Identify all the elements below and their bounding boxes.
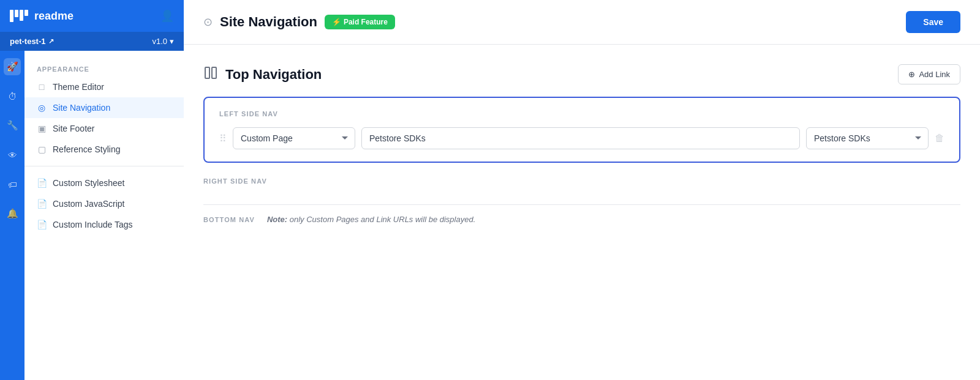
user-icon[interactable]: 👤 <box>160 9 174 23</box>
sidebar-item-custom-javascript[interactable]: 📄 Custom JavaScript <box>24 193 184 214</box>
content-area: Top Navigation ⊕ Add Link LEFT SIDE NAV … <box>184 45 980 244</box>
plus-circle-icon: ⊕ <box>908 70 915 79</box>
logo-text: readme <box>34 10 74 23</box>
main-title-group: ⊙ Site Navigation ⚡ Paid Feature <box>203 14 395 30</box>
delete-row-icon[interactable]: 🗑 <box>935 133 944 144</box>
bottom-nav-section: BOTTOM NAV Note: only Custom Pages and L… <box>203 215 960 224</box>
version-selector[interactable]: v1.0 ▾ <box>152 37 174 46</box>
nav-divider <box>24 166 184 166</box>
sidebar-header: readme 👤 <box>0 0 184 32</box>
logo: readme <box>10 9 74 23</box>
nav-page-input[interactable] <box>361 127 800 149</box>
project-bar: pet-test-1 ↗ v1.0 ▾ <box>0 32 184 51</box>
sidebar-body: 🚀 ⏱ 🔧 👁 🏷 🔔 APPEARANCE □ Theme Editor ◎ … <box>0 51 184 380</box>
page-title-icon: ⊙ <box>203 15 213 29</box>
nav-row: ⠿ Custom Page Link URL Reference Changel… <box>219 127 944 149</box>
paid-feature-badge: ⚡ Paid Feature <box>325 15 395 29</box>
sidebar-item-custom-stylesheet[interactable]: 📄 Custom Stylesheet <box>24 173 184 193</box>
appearance-label: APPEARANCE <box>24 61 184 76</box>
custom-javascript-label: Custom JavaScript <box>53 199 124 209</box>
right-side-nav-section: RIGHT SIDE NAV <box>203 177 960 204</box>
sidebar-item-reference-styling[interactable]: ▢ Reference Styling <box>24 139 184 160</box>
main-header: ⊙ Site Navigation ⚡ Paid Feature Save <box>184 0 980 45</box>
site-navigation-icon: ◎ <box>37 103 47 113</box>
svg-rect-1 <box>15 10 18 17</box>
reference-styling-icon: ▢ <box>37 144 47 154</box>
sidebar-item-site-navigation[interactable]: ◎ Site Navigation <box>24 97 184 118</box>
readme-logo-icon <box>10 9 29 23</box>
sidebar-icons: 🚀 ⏱ 🔧 👁 🏷 🔔 <box>0 51 24 380</box>
left-side-nav-box: LEFT SIDE NAV ⠿ Custom Page Link URL Ref… <box>203 97 960 163</box>
project-name[interactable]: pet-test-1 ↗ <box>10 37 54 46</box>
right-side-nav-label: RIGHT SIDE NAV <box>203 177 960 185</box>
save-button[interactable]: Save <box>906 11 960 33</box>
reference-styling-label: Reference Styling <box>53 144 121 154</box>
svg-rect-0 <box>10 10 13 22</box>
custom-stylesheet-label: Custom Stylesheet <box>53 178 125 188</box>
sidebar: readme 👤 pet-test-1 ↗ v1.0 ▾ 🚀 ⏱ 🔧 👁 🏷 🔔… <box>0 0 184 380</box>
section-title: Top Navigation <box>225 67 322 83</box>
navigation-section-icon <box>203 65 218 84</box>
sidebar-icon-clock[interactable]: ⏱ <box>4 88 21 105</box>
svg-rect-2 <box>20 10 23 21</box>
site-footer-icon: ▣ <box>37 124 47 133</box>
custom-include-tags-icon: 📄 <box>37 220 47 229</box>
custom-include-tags-label: Custom Include Tags <box>53 220 132 229</box>
external-link-icon: ↗ <box>48 37 54 45</box>
main-content: ⊙ Site Navigation ⚡ Paid Feature Save To… <box>184 0 980 380</box>
bottom-nav-note: Note: only Custom Pages and Link URLs wi… <box>267 215 475 224</box>
nav-type-select[interactable]: Custom Page Link URL Reference Changelog <box>233 127 355 149</box>
theme-editor-icon: □ <box>37 82 47 92</box>
svg-rect-4 <box>205 67 209 78</box>
chevron-down-icon: ▾ <box>170 37 174 46</box>
custom-javascript-icon: 📄 <box>37 199 47 209</box>
nav-link-select[interactable]: Petstore SDKs Getting Started API Refere… <box>806 127 929 149</box>
section-title-group: Top Navigation <box>203 65 322 84</box>
sidebar-icon-rocket[interactable]: 🚀 <box>4 58 21 75</box>
sidebar-icon-bell[interactable]: 🔔 <box>4 205 21 222</box>
sidebar-icon-eye[interactable]: 👁 <box>4 146 21 163</box>
custom-stylesheet-icon: 📄 <box>37 178 47 188</box>
svg-rect-3 <box>24 10 28 16</box>
site-footer-label: Site Footer <box>53 124 94 133</box>
left-side-nav-label: LEFT SIDE NAV <box>219 110 944 117</box>
site-navigation-label: Site Navigation <box>53 103 110 113</box>
section-divider <box>203 204 960 205</box>
sidebar-item-site-footer[interactable]: ▣ Site Footer <box>24 118 184 139</box>
sidebar-item-custom-include-tags[interactable]: 📄 Custom Include Tags <box>24 214 184 235</box>
sidebar-icon-tag[interactable]: 🏷 <box>4 176 21 193</box>
theme-editor-label: Theme Editor <box>53 82 104 92</box>
bottom-nav-label: BOTTOM NAV <box>203 216 255 223</box>
page-title: Site Navigation <box>220 14 317 30</box>
lightning-icon: ⚡ <box>332 18 341 26</box>
drag-handle-icon[interactable]: ⠿ <box>219 133 227 144</box>
sidebar-item-theme-editor[interactable]: □ Theme Editor <box>24 76 184 97</box>
sidebar-icon-wrench[interactable]: 🔧 <box>4 117 21 134</box>
svg-rect-5 <box>212 67 216 78</box>
add-link-button[interactable]: ⊕ Add Link <box>898 64 960 84</box>
section-header: Top Navigation ⊕ Add Link <box>203 64 960 84</box>
sidebar-nav: APPEARANCE □ Theme Editor ◎ Site Navigat… <box>24 51 184 380</box>
